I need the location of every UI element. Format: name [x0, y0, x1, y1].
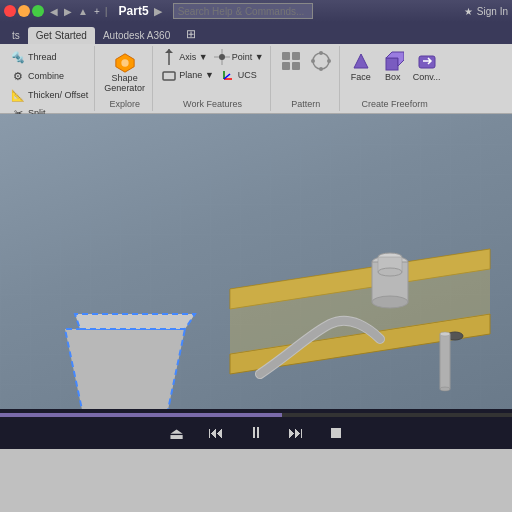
convert-button[interactable]: Conv...: [410, 48, 444, 84]
close-dot[interactable]: [4, 5, 16, 17]
svg-rect-12: [292, 52, 300, 60]
svg-rect-14: [292, 62, 300, 70]
eject-button[interactable]: ⏏: [164, 421, 188, 445]
face-button[interactable]: Face: [346, 48, 376, 84]
bookmark-icon[interactable]: ★: [464, 6, 473, 17]
search-input[interactable]: [173, 3, 313, 19]
combine-icon: ⚙: [10, 68, 26, 84]
ucs-button[interactable]: UCS: [218, 66, 259, 84]
prev-button[interactable]: ⏮: [204, 421, 228, 445]
title-bar-right: ★ Sign In: [464, 6, 508, 17]
svg-point-36: [440, 332, 450, 336]
tab-extra[interactable]: ⊞: [178, 24, 204, 44]
svg-point-16: [319, 51, 323, 55]
svg-marker-38: [65, 329, 185, 409]
svg-rect-13: [282, 62, 290, 70]
work-features-label: Work Features: [159, 99, 265, 109]
axis-button[interactable]: Axis ▼: [159, 48, 209, 66]
box-icon: [382, 50, 404, 72]
ribbon-tabs: ts Get Started Autodesk A360 ⊞: [0, 22, 512, 44]
nav-up-icon[interactable]: ▲: [78, 6, 88, 17]
pattern-icon1: [280, 50, 302, 72]
media-bar: ⏏ ⏮ ⏸ ⏭ ⏹: [0, 409, 512, 449]
thicken-icon: 📐: [10, 87, 26, 103]
shape-generator-icon: [114, 52, 136, 74]
work-features-row1: Axis ▼ Point ▼: [159, 48, 265, 66]
work-features-row2: Plane ▼ UCS: [159, 66, 258, 84]
ribbon-group-pattern: Pattern: [273, 46, 340, 111]
svg-marker-40: [75, 314, 195, 329]
axis-icon: [161, 49, 177, 65]
nav-back-icon[interactable]: ◀: [50, 6, 58, 17]
plane-button[interactable]: Plane ▼: [159, 66, 215, 84]
ribbon-group-freeform: Face Box Conv...: [342, 46, 448, 111]
svg-rect-23: [419, 56, 435, 68]
pattern-btn2[interactable]: [307, 48, 335, 74]
svg-point-37: [440, 387, 450, 391]
pattern-label: Pattern: [277, 99, 335, 109]
face-icon: [350, 50, 372, 72]
stop-button[interactable]: ⏹: [324, 421, 348, 445]
thread-icon: 🔩: [10, 49, 26, 65]
svg-point-15: [313, 53, 329, 69]
svg-point-17: [327, 59, 331, 63]
pause-button[interactable]: ⏸: [244, 421, 268, 445]
convert-icon: [416, 50, 438, 72]
nav-forward-icon[interactable]: ▶: [64, 6, 72, 17]
plane-icon: [161, 67, 177, 83]
box-button[interactable]: Box: [378, 48, 408, 84]
maximize-dot[interactable]: [32, 5, 44, 17]
window-icons: [4, 5, 44, 17]
pattern-row: [277, 48, 335, 74]
freeform-row: Face Box Conv...: [346, 48, 444, 84]
svg-rect-35: [440, 334, 450, 389]
thicken-offset-button[interactable]: 📐 Thicken/ Offset: [8, 86, 90, 104]
tab-home[interactable]: ts: [4, 27, 28, 44]
modify-buttons-col1: 🔩 Thread ⚙ Combine 📐 Thicken/ Offset: [8, 48, 90, 104]
title-bar-left: ◀ ▶ ▲ + | Part5 ▶: [4, 3, 313, 19]
freeform-label: Create Freeform: [346, 99, 444, 109]
svg-rect-11: [282, 52, 290, 60]
ribbon: 🔩 Thread ⚙ Combine 📐 Thicken/ Offset ✂ S…: [0, 44, 512, 114]
svg-point-1: [121, 59, 128, 66]
svg-point-30: [372, 296, 408, 308]
ribbon-group-work-features: Axis ▼ Point ▼ Plane ▼: [155, 46, 270, 111]
svg-rect-7: [163, 72, 175, 80]
point-icon: [214, 49, 230, 65]
breadcrumb-arrow: ▶: [154, 5, 162, 18]
svg-point-18: [319, 67, 323, 71]
svg-marker-3: [165, 49, 173, 53]
tab-autodesk[interactable]: Autodesk A360: [95, 27, 178, 44]
thread-button[interactable]: 🔩 Thread: [8, 48, 90, 66]
shape-generator-button[interactable]: ShapeGenerator: [101, 50, 148, 96]
progress-bar-fill: [0, 413, 282, 417]
media-controls: ⏏ ⏮ ⏸ ⏭ ⏹: [0, 417, 512, 449]
pattern-icon2: [310, 50, 332, 72]
svg-marker-20: [354, 54, 368, 68]
explore-group-label: Explore: [101, 99, 148, 109]
part-name: Part5: [119, 4, 149, 18]
point-button[interactable]: Point ▼: [212, 48, 266, 66]
next-button[interactable]: ⏭: [284, 421, 308, 445]
ribbon-group-modify: 🔩 Thread ⚙ Combine 📐 Thicken/ Offset ✂ S…: [4, 46, 95, 111]
pattern-btn1[interactable]: [277, 48, 305, 74]
viewport-scene: [0, 114, 512, 409]
title-bar: ◀ ▶ ▲ + | Part5 ▶ ★ Sign In: [0, 0, 512, 22]
combine-button[interactable]: ⚙ Combine: [8, 67, 90, 85]
viewport[interactable]: [0, 114, 512, 409]
ribbon-group-explore: ShapeGenerator Explore: [97, 46, 153, 111]
ucs-icon: [220, 67, 236, 83]
minimize-dot[interactable]: [18, 5, 30, 17]
sign-in-button[interactable]: Sign In: [477, 6, 508, 17]
svg-point-19: [311, 59, 315, 63]
nav-add-icon[interactable]: +: [94, 6, 100, 17]
tab-get-started[interactable]: Get Started: [28, 27, 95, 44]
svg-point-33: [378, 268, 402, 276]
progress-bar-container[interactable]: [0, 413, 512, 417]
svg-rect-21: [386, 58, 398, 70]
